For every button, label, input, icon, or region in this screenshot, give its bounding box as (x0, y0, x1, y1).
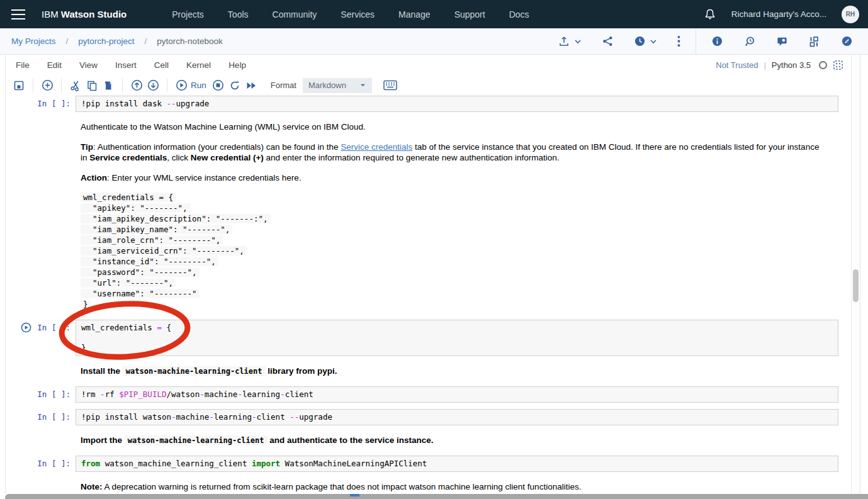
markdown-cell: Action: Enter your WML service instance … (81, 172, 850, 183)
cell-type-value: Markdown (308, 81, 346, 90)
code-block-line: wml_credentials = { (81, 193, 176, 202)
menu-edit[interactable]: Edit (38, 60, 70, 70)
md-text: Action (81, 173, 107, 182)
chevron-down-icon (359, 82, 366, 89)
save-button[interactable] (11, 78, 27, 93)
chevron-down-icon (650, 38, 657, 45)
restart-icon (229, 80, 240, 91)
run-play-icon (176, 79, 188, 91)
breadcrumb-pytorch-notebook: pytorch-notebook (157, 36, 222, 46)
code-block-line: "password": "-------", (81, 267, 200, 277)
md-text: : Authentication information (your crede… (93, 142, 341, 152)
arrow-up-circle-icon (131, 79, 143, 91)
cell-prompt: In [ ]: (6, 409, 76, 425)
trust-status[interactable]: Not Trusted (716, 60, 758, 70)
restart-run-all-button[interactable] (243, 78, 259, 93)
project-bar: My Projects/pytorch-project/pytorch-note… (0, 28, 868, 55)
code-cell: In [ ]:wml_credentials = { } (6, 320, 850, 356)
breadcrumb-separator: / (66, 36, 69, 46)
code-block-line: "username": "--------" (81, 289, 200, 298)
chevron-down-icon (574, 38, 582, 45)
menu-cell[interactable]: Cell (145, 60, 178, 70)
code-block-line: "apikey": "-------", (81, 203, 190, 213)
share-icon (602, 35, 614, 47)
command-palette-button[interactable] (382, 78, 398, 93)
nav-item-docs[interactable]: Docs (509, 9, 529, 20)
menu-icon[interactable] (11, 9, 25, 20)
md-text: Tip (81, 142, 93, 152)
markdown-cell: Install the watson-machine-learning-clie… (81, 366, 850, 377)
nav-item-support[interactable]: Support (454, 9, 485, 20)
run-button[interactable] (173, 78, 189, 93)
run-label[interactable]: Run (191, 81, 206, 90)
nav-item-community[interactable]: Community (273, 9, 317, 20)
markdown-cell: Authenticate to the Watson Machine Learn… (81, 121, 850, 132)
cell-type-select[interactable]: Markdown (303, 78, 372, 93)
move-cell-up-button[interactable] (128, 78, 145, 93)
cell-input[interactable]: !pip install watson-machine-learning-cli… (76, 409, 838, 425)
guide-button[interactable] (831, 35, 857, 47)
md-text: A deprecation warning is returned from s… (103, 482, 582, 491)
comments-button[interactable] (766, 35, 798, 47)
copy-button[interactable] (84, 78, 100, 93)
cell-input[interactable]: from watson_machine_learning_client impo… (76, 456, 838, 472)
info-button[interactable] (701, 35, 733, 47)
cell-prompt: In [ ]: (6, 320, 76, 356)
move-cell-down-button[interactable] (145, 78, 161, 93)
cell-input[interactable]: !pip install dask --upgrade (76, 96, 838, 112)
menu-view[interactable]: View (70, 60, 106, 70)
upload-button[interactable] (548, 35, 592, 48)
nav-item-tools[interactable]: Tools (228, 9, 249, 20)
notebook-toolbar: Run Format Markdown (6, 75, 860, 96)
stop-button[interactable] (210, 78, 227, 93)
nav-item-manage[interactable]: Manage (398, 9, 431, 20)
main-nav: ProjectsToolsCommunityServicesManageSupp… (172, 9, 529, 20)
md-link[interactable]: Service credentials (341, 142, 412, 152)
environment-button[interactable] (798, 35, 831, 48)
breadcrumb-my-projects[interactable]: My Projects (11, 36, 56, 46)
cell-input[interactable]: !rm -rf $PIP_BUILD/watson-machine-learni… (76, 386, 838, 403)
md-inline-code: watson-machine-learning-client (123, 366, 266, 376)
cut-button[interactable] (67, 78, 84, 93)
notebook-menubar: FileEditViewInsertCellKernelHelp Not Tru… (6, 55, 860, 75)
insert-cell-button[interactable] (39, 78, 55, 93)
md-text: Authenticate to the Watson Machine Learn… (81, 122, 366, 132)
menu-kernel[interactable]: Kernel (178, 60, 220, 70)
versions-button[interactable] (624, 35, 667, 47)
app-header: IBM Watson Studio ProjectsToolsCommunity… (0, 0, 868, 28)
kernel-busy-grid-icon (833, 60, 843, 70)
clipped-content (350, 494, 359, 496)
restart-kernel-button[interactable] (227, 78, 243, 93)
kebab-menu-icon (677, 35, 680, 47)
divider (696, 28, 696, 55)
menu-file[interactable]: File (7, 60, 38, 70)
plus-circle-icon (42, 79, 54, 91)
md-text: and enter the information required to ge… (264, 153, 560, 162)
notifications-icon[interactable] (704, 8, 716, 21)
paste-button[interactable] (100, 78, 116, 93)
cell-input[interactable]: wml_credentials = { } (76, 320, 838, 356)
run-cell-icon[interactable] (21, 322, 31, 333)
menu-insert[interactable]: Insert (106, 60, 145, 70)
overflow-menu-button[interactable] (667, 35, 690, 47)
account-menu[interactable]: Richard Hagarty's Acco... (731, 9, 826, 19)
code-cell: In [ ]:!pip install watson-machine-learn… (6, 409, 850, 425)
compass-icon (841, 35, 853, 47)
avatar[interactable]: RH (842, 6, 859, 23)
bottom-edge (5, 494, 868, 499)
breadcrumb-separator: / (145, 36, 147, 46)
menu-help[interactable]: Help (220, 60, 255, 70)
md-text: and authenticate to the service instance… (268, 435, 434, 445)
nav-item-services[interactable]: Services (341, 9, 375, 20)
history-button[interactable] (733, 35, 766, 48)
share-button[interactable] (592, 35, 624, 47)
md-text: New credential (+) (191, 153, 264, 162)
app-title[interactable]: IBM Watson Studio (42, 9, 127, 20)
md-text: Note: (81, 482, 103, 491)
md-text: Service credentials (89, 153, 167, 162)
format-label: Format (271, 81, 296, 90)
breadcrumb-pytorch-project[interactable]: pytorch-project (78, 36, 134, 46)
nav-item-projects[interactable]: Projects (172, 9, 204, 20)
code-block-line: "url": "-------", (81, 278, 176, 288)
scrollbar-thumb[interactable] (853, 269, 859, 302)
